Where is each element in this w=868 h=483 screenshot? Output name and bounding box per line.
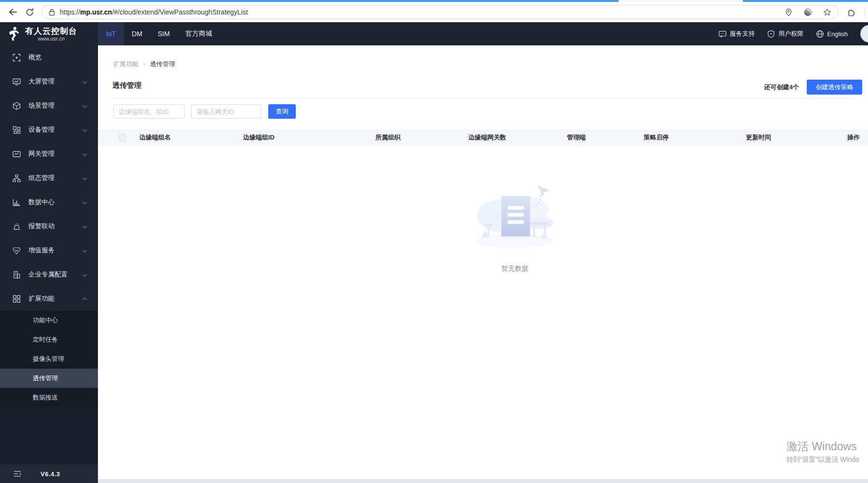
overview-scan-icon xyxy=(13,54,21,62)
back-icon[interactable] xyxy=(5,4,21,20)
service-support-label: 服务支持 xyxy=(730,29,755,38)
tab-iot[interactable]: IoT xyxy=(98,22,124,45)
empty-state: 暂无数据 xyxy=(473,183,556,273)
remaining-quota-text: 还可创建4个 xyxy=(764,83,799,92)
url-text: https://mp.usr.cn/#/cloud/extend/ViewPas… xyxy=(60,8,775,16)
sidebar-item-enterprise[interactable]: 企业专属配置 xyxy=(0,262,98,287)
header-right: 服务支持 用户权限 English xyxy=(718,22,868,45)
app-version: V6.4.3 xyxy=(41,470,60,478)
extend-submenu: 功能中心 定时任务 摄像头管理 透传管理 数据推送 xyxy=(0,311,98,407)
bottom-edge-strip xyxy=(98,479,868,483)
sidebar-item-datacenter[interactable]: 数据中心 xyxy=(0,190,98,214)
sidebar: 概览 大屏管理 场景管理 设备管理 网关管理 组态管理 数据中心 报警联动 增值… xyxy=(0,45,98,483)
header-tabs: IoT DM SIM 官方商城 xyxy=(98,22,220,45)
sidebar-filler xyxy=(0,407,98,464)
collapse-sidebar-icon[interactable] xyxy=(14,470,21,477)
building-icon xyxy=(13,271,21,279)
service-support-link[interactable]: 服务支持 xyxy=(718,29,755,38)
column-header-management-side: 管理端 xyxy=(567,129,586,146)
submenu-item-data-push[interactable]: 数据推送 xyxy=(0,388,98,407)
empty-state-text: 暂无数据 xyxy=(473,264,556,273)
column-header-strategy-switch: 策略启停 xyxy=(644,129,669,146)
column-header-actions: 操作 xyxy=(847,129,860,146)
chevron-down-icon xyxy=(83,200,87,205)
globe-icon xyxy=(816,30,824,38)
filter-row: 查询 xyxy=(113,104,296,119)
favorite-star-icon[interactable] xyxy=(821,6,833,18)
column-header-organization: 所属组织 xyxy=(375,129,400,146)
page-title: 透传管理 xyxy=(112,81,141,90)
chat-bubble-icon xyxy=(718,30,727,38)
gateway-id-search-input[interactable] xyxy=(191,104,261,119)
app-header: 有人云控制台 www.usr.cn IoT DM SIM 官方商城 服务支持 用… xyxy=(0,22,868,45)
column-header-edge-group-name: 边缘端组名 xyxy=(139,129,171,146)
bigscreen-icon xyxy=(13,78,21,86)
edge-group-search-input[interactable] xyxy=(113,104,185,119)
address-bar[interactable]: https://mp.usr.cn/#/cloud/extend/ViewPas… xyxy=(41,5,839,19)
sidebar-item-overview[interactable]: 概览 xyxy=(0,45,98,69)
windows-activation-watermark: 激活 Windows 转到“设置”以激活 Windo xyxy=(786,439,859,464)
app-logo[interactable]: 有人云控制台 www.usr.cn xyxy=(0,22,98,45)
language-switch[interactable]: English xyxy=(816,30,848,38)
tab-dm[interactable]: DM xyxy=(124,22,150,45)
alarm-siren-icon xyxy=(13,222,21,231)
extensions-puzzle-icon[interactable] xyxy=(843,4,860,20)
user-avatar[interactable] xyxy=(860,25,868,42)
usr-logo-icon xyxy=(7,26,21,41)
main-content: 扩展功能 › 透传管理 透传管理 还可创建4个 创建透传策略 查询 边缘端组名 … xyxy=(98,45,868,483)
select-all-checkbox[interactable] xyxy=(119,134,126,141)
extension-logo-icon[interactable] xyxy=(801,6,814,18)
toolbar-separator xyxy=(865,7,865,17)
chevron-down-icon xyxy=(83,103,87,108)
chevron-down-icon xyxy=(83,272,87,277)
table-header-row: 边缘端组名 边缘端组ID 所属组织 边缘端网关数 管理端 策略启停 更新时间 操… xyxy=(98,129,868,146)
sidebar-item-vas[interactable]: 增值服务 xyxy=(0,238,98,262)
org-tree-icon xyxy=(13,174,21,182)
chevron-down-icon xyxy=(83,152,87,156)
breadcrumb-current: 透传管理 xyxy=(150,60,175,69)
tab-official-mall[interactable]: 官方商城 xyxy=(178,22,220,45)
query-button[interactable]: 查询 xyxy=(268,104,296,119)
create-passthrough-strategy-button[interactable]: 创建透传策略 xyxy=(807,80,862,95)
scene-cube-icon xyxy=(13,102,21,110)
chevron-up-icon xyxy=(83,298,87,303)
sidebar-item-device[interactable]: 设备管理 xyxy=(0,118,98,142)
browser-toolbar: https://mp.usr.cn/#/cloud/extend/ViewPas… xyxy=(0,2,868,22)
refresh-icon[interactable] xyxy=(21,4,38,20)
sidebar-item-alarm[interactable]: 报警联动 xyxy=(0,214,98,238)
submenu-item-camera-management[interactable]: 摄像头管理 xyxy=(0,349,98,369)
chevron-down-icon xyxy=(83,79,87,84)
device-squares-icon xyxy=(13,126,21,134)
column-header-edge-group-id: 边缘端组ID xyxy=(243,129,275,146)
chevron-down-icon xyxy=(83,224,87,229)
column-header-gateway-count: 边缘端网关数 xyxy=(468,129,506,146)
bar-chart-icon xyxy=(13,198,21,207)
lock-icon xyxy=(49,9,55,16)
breadcrumb-parent[interactable]: 扩展功能 xyxy=(113,60,138,69)
language-label: English xyxy=(827,30,848,38)
chevron-down-icon xyxy=(83,127,87,132)
user-permissions-label: 用户权限 xyxy=(778,29,803,38)
location-pin-icon[interactable] xyxy=(782,6,795,18)
submenu-item-passthrough-management[interactable]: 透传管理 xyxy=(0,369,98,388)
submenu-item-function-center[interactable]: 功能中心 xyxy=(0,311,98,330)
chevron-down-icon xyxy=(83,176,87,180)
sidebar-item-extend[interactable]: 扩展功能 xyxy=(0,287,98,311)
column-header-update-time: 更新时间 xyxy=(746,129,771,146)
sidebar-item-bigscreen[interactable]: 大屏管理 xyxy=(0,69,98,94)
empty-illustration xyxy=(473,183,556,251)
breadcrumb: 扩展功能 › 透传管理 xyxy=(113,60,175,69)
watermark-line1: 激活 Windows xyxy=(786,439,859,454)
shield-icon xyxy=(767,30,775,38)
gateway-monitor-icon xyxy=(13,150,21,158)
user-permissions-link[interactable]: 用户权限 xyxy=(767,29,803,38)
submenu-item-scheduled-tasks[interactable]: 定时任务 xyxy=(0,330,98,349)
sidebar-footer: V6.4.3 xyxy=(0,465,98,483)
tab-sim[interactable]: SIM xyxy=(150,22,178,45)
sidebar-item-gateway[interactable]: 网关管理 xyxy=(0,142,98,166)
breadcrumb-separator-icon: › xyxy=(143,61,145,68)
sidebar-item-scene[interactable]: 场景管理 xyxy=(0,94,98,118)
logo-title: 有人云控制台 xyxy=(25,27,77,36)
value-badge-icon xyxy=(13,247,21,255)
sidebar-item-configuration[interactable]: 组态管理 xyxy=(0,166,98,190)
